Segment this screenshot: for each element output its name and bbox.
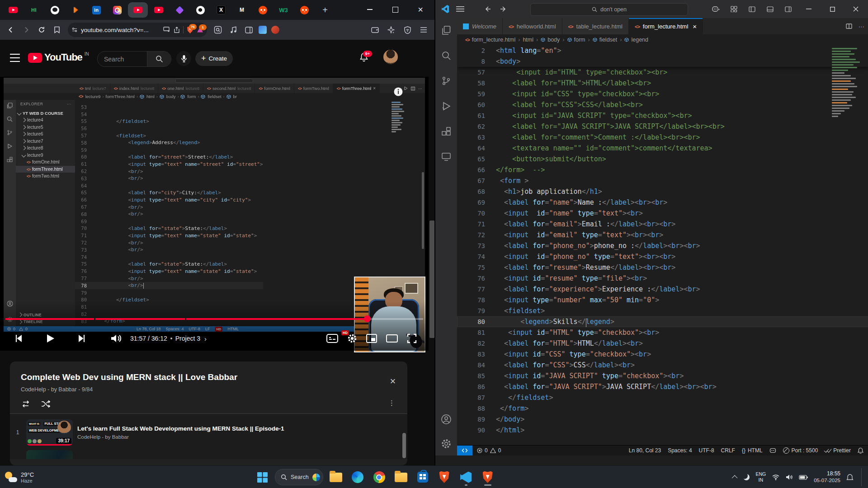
maximize-button[interactable]	[823, 0, 842, 18]
taskbar-app-chrome[interactable]	[370, 468, 388, 486]
pinned-tab-medium[interactable]: M	[232, 2, 252, 18]
pinned-tab-youtube[interactable]	[149, 2, 169, 18]
breadcrumb-item-html[interactable]: html	[140, 94, 155, 99]
explorer-item-lecture4[interactable]: lecture4	[16, 117, 75, 124]
share-icon[interactable]	[174, 27, 180, 33]
taskbar-app-brave[interactable]	[435, 468, 453, 486]
brave-shield-icon[interactable]: 76	[187, 26, 193, 34]
status-port[interactable]: Port : 5500	[783, 447, 818, 454]
search-button[interactable]	[147, 52, 171, 66]
explorer-icon[interactable]	[441, 25, 451, 35]
toggle-panel-icon[interactable]	[763, 3, 777, 15]
close-button[interactable]	[411, 2, 430, 17]
vpn-shield-icon[interactable]	[400, 23, 415, 37]
nav-forward-icon[interactable]	[500, 6, 507, 12]
notifications-button[interactable]: 9+	[359, 52, 368, 62]
forward-icon[interactable]	[19, 23, 33, 37]
tray-expand-icon[interactable]	[732, 475, 738, 481]
breadcrumb-item-legend[interactable]: legend	[624, 37, 648, 43]
bookmark-icon[interactable]	[50, 23, 64, 37]
volume-icon[interactable]	[786, 474, 793, 480]
playlist-item-partial[interactable]	[10, 449, 407, 459]
loop-icon[interactable]	[21, 400, 31, 408]
media-control-icon[interactable]	[226, 23, 241, 37]
address-bar[interactable]: youtube.com/watch?v=... 76 1	[68, 23, 207, 37]
explorer-item-lecture9[interactable]: lecture9	[16, 152, 75, 159]
editor-tab-Welcome[interactable]: Welcome	[457, 18, 503, 34]
vscode-menu-icon[interactable]	[456, 6, 464, 12]
status-line-col[interactable]: Ln 80, Col 23	[629, 447, 661, 454]
status-encoding[interactable]: UTF-8	[699, 447, 714, 454]
settings-button[interactable]: HD	[347, 333, 357, 343]
status-eol[interactable]: CRLF	[721, 447, 735, 454]
brave-rewards-icon[interactable]: 1	[197, 27, 203, 33]
taskbar-app-brave-active[interactable]	[479, 468, 497, 486]
status-language[interactable]: HTML	[742, 447, 763, 454]
breadcrumb-item-html[interactable]: html	[523, 37, 533, 43]
status-prettier[interactable]: Prettier	[825, 447, 851, 454]
status-copilot-icon[interactable]	[769, 448, 776, 453]
progress-scrubber[interactable]	[364, 315, 371, 322]
editor-tab-table_lecture.html[interactable]: table_lecture.html	[562, 18, 629, 34]
page-scrollbar[interactable]	[429, 221, 434, 338]
playlist-item[interactable]: 1 WHAT IS FULL STACK WEB DEVELOPMENT? 39…	[10, 418, 407, 449]
send-to-device-icon[interactable]	[163, 27, 170, 33]
sidebar-icon[interactable]	[241, 23, 256, 37]
pinned-tab-gem-purple[interactable]	[170, 2, 189, 18]
battery-icon[interactable]	[799, 475, 808, 480]
breadcrumb-item-fieldset[interactable]: fieldset	[593, 37, 618, 43]
leo-ai-icon[interactable]	[384, 23, 398, 37]
playlist-more-icon[interactable]: ⋮	[388, 399, 396, 407]
pinned-tab-reddit[interactable]	[253, 2, 273, 18]
taskbar-search[interactable]: Search	[275, 469, 323, 485]
minimize-button[interactable]	[799, 0, 818, 18]
extension-icon-blue[interactable]	[259, 26, 267, 34]
maximize-button[interactable]	[386, 2, 405, 17]
pinned-tab-youtube[interactable]	[3, 2, 23, 18]
extensions-icon[interactable]	[441, 127, 451, 136]
playlist-title[interactable]: Complete Web Dev using MERN stack || Lov…	[21, 372, 396, 382]
fullscreen-icon[interactable]	[407, 333, 417, 343]
search-input[interactable]: Search	[98, 52, 147, 66]
copilot-icon[interactable]	[709, 3, 722, 15]
chapter-chevron-icon[interactable]: ›	[204, 335, 207, 343]
explorer-item-formTwo.html[interactable]: formTwo.html	[16, 173, 75, 180]
pinned-tab-chatgpt[interactable]	[190, 2, 210, 18]
notification-bell-icon[interactable]	[846, 474, 854, 481]
breadcrumb-item-body[interactable]: body	[541, 37, 560, 43]
toggle-sidebar-icon[interactable]	[745, 3, 759, 15]
menu-icon[interactable]	[416, 23, 431, 37]
search-icon[interactable]	[441, 51, 451, 61]
next-button[interactable]	[71, 328, 92, 349]
start-button[interactable]	[253, 468, 271, 486]
editor-tab-form_lecture.html[interactable]: form_lecture.html	[629, 18, 703, 34]
command-center-search[interactable]: don't open	[530, 3, 688, 16]
breadcrumb-item-formThree.html[interactable]: formThree.html	[106, 94, 135, 99]
remote-indicator[interactable]	[457, 446, 472, 455]
chapter-label[interactable]: Project 3	[175, 335, 200, 342]
pinned-tab-instagram[interactable]	[107, 2, 127, 18]
play-button[interactable]	[40, 328, 61, 349]
taskbar-app-file-explorer[interactable]	[327, 468, 345, 486]
volume-icon[interactable]	[106, 328, 127, 349]
site-settings-icon[interactable]	[71, 27, 78, 33]
extension-icon-red[interactable]	[271, 26, 279, 34]
minimap[interactable]	[832, 48, 862, 118]
status-notifications-icon[interactable]	[858, 447, 863, 454]
progress-bar[interactable]	[5, 318, 423, 320]
night-light-icon[interactable]	[743, 474, 750, 480]
pinned-tab-w3schools[interactable]: W3	[274, 2, 293, 18]
quality-menu-icon[interactable]	[326, 334, 338, 343]
editor-tab-helloworld.html[interactable]: helloworld.html	[503, 18, 562, 34]
editor[interactable]: 2<html lang="en">8<body> 57 <input id="H…	[457, 45, 868, 445]
reload-icon[interactable]	[34, 23, 49, 37]
shuffle-icon[interactable]	[41, 400, 51, 408]
miniplayer-icon[interactable]	[366, 334, 377, 343]
account-icon[interactable]	[441, 414, 452, 425]
breadcrumb-item-form[interactable]: form	[567, 37, 585, 43]
explorer-item-formOne.html[interactable]: formOne.html	[16, 159, 75, 166]
breadcrumb-item-body[interactable]: body	[160, 94, 176, 99]
settings-gear-icon[interactable]	[441, 438, 452, 449]
pinned-tab-linkedin[interactable]: in	[86, 2, 106, 18]
playlist-item-channel[interactable]: CodeHelp - by Babbar	[77, 434, 403, 440]
